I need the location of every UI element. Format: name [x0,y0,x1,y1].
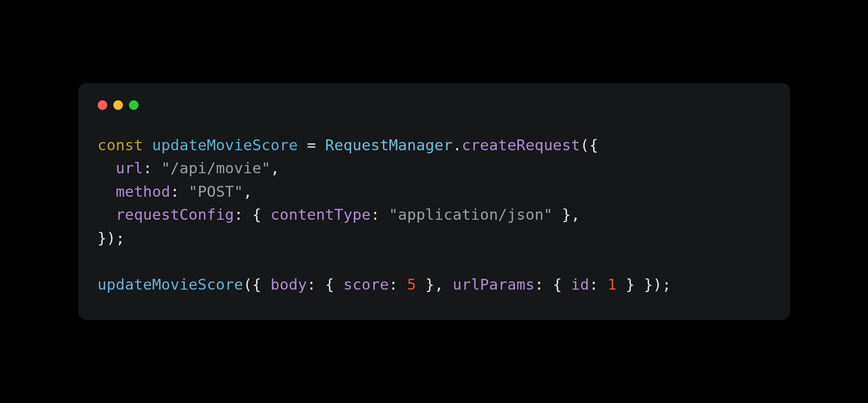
class-name: RequestManager [325,136,453,154]
punct: , [271,159,280,177]
punct: }, [553,206,580,223]
method-name: createRequest [462,136,580,154]
punct: }, [416,276,453,293]
string-contenttype: "application/json" [389,206,553,223]
punct: : [389,276,407,293]
prop-requestconfig: requestConfig [116,206,234,223]
punct: : [170,183,188,200]
punct: : { [307,276,343,293]
minimize-icon[interactable] [113,100,123,110]
prop-id: id [571,276,589,293]
string-url: "/api/movie" [161,159,271,177]
maximize-icon[interactable] [129,100,139,110]
punct: ({ [243,276,271,293]
punct: , [243,183,252,200]
prop-body: body [271,276,307,293]
punct: : { [535,276,571,293]
var-name: updateMovieScore [152,136,298,154]
punct: : [371,206,389,223]
punct: : [143,159,161,177]
prop-urlparams: urlParams [452,276,535,293]
number-id: 1 [607,276,617,293]
punct: } }); [617,276,671,293]
fn-call: updateMovieScore [98,276,244,293]
punct: . [452,136,462,154]
prop-method: method [116,183,170,200]
punct: = [298,136,325,154]
prop-contenttype: contentType [271,206,371,223]
keyword-const: const [98,136,143,154]
punct: ({ [580,136,598,154]
punct: : [589,276,607,293]
punct: }); [98,229,125,247]
punct: : { [234,206,271,223]
traffic-lights [98,100,771,110]
prop-score: score [343,276,389,293]
code-window: const updateMovieScore = RequestManager.… [78,83,790,320]
prop-url: url [116,159,143,177]
string-method: "POST" [188,183,243,200]
code-block: const updateMovieScore = RequestManager.… [98,134,771,296]
close-icon[interactable] [98,100,107,110]
number-score: 5 [407,276,416,293]
